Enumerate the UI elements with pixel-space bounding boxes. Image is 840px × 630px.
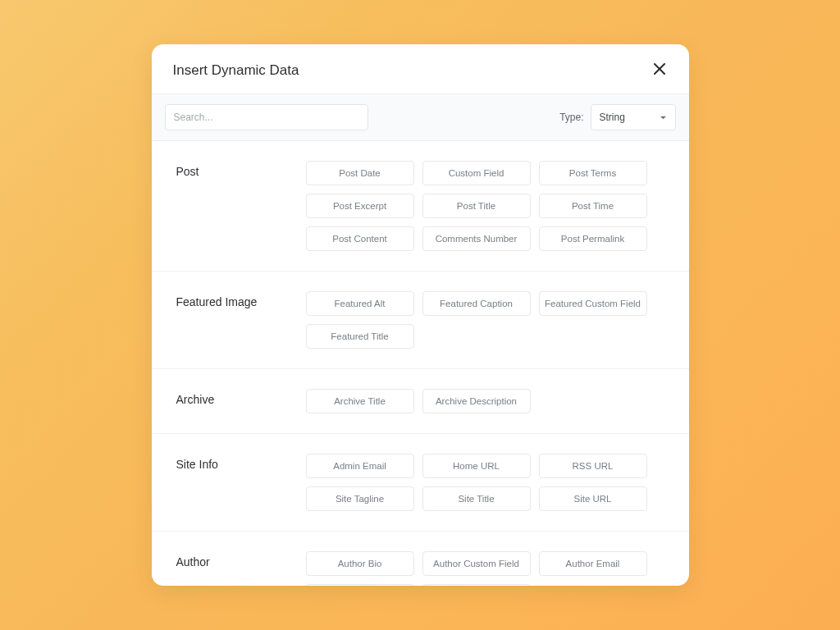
data-chip[interactable]: Site URL <box>539 486 647 511</box>
data-chip[interactable]: Featured Title <box>306 324 414 349</box>
section-items: Author BioAuthor Custom FieldAuthor Emai… <box>306 551 676 586</box>
data-chip[interactable]: Custom Field <box>422 161 531 185</box>
data-chip[interactable]: Author Name <box>306 584 414 586</box>
data-chip[interactable]: Featured Alt <box>306 291 414 316</box>
type-filter-group: Type: String <box>559 104 675 130</box>
data-chip[interactable]: Author Custom Field <box>422 551 531 576</box>
data-chip[interactable]: Archive Description <box>422 389 531 413</box>
data-chip[interactable]: Site Tagline <box>306 486 414 511</box>
section-label: Site Info <box>176 454 296 511</box>
section-items: Post DateCustom FieldPost TermsPost Exce… <box>306 161 676 251</box>
section-items: Admin EmailHome URLRSS URLSite TaglineSi… <box>306 454 676 511</box>
data-chip[interactable]: Author Website <box>422 584 531 586</box>
data-chip[interactable]: Post Time <box>539 194 647 218</box>
chevron-down-icon <box>660 110 667 125</box>
type-select[interactable]: String <box>591 104 676 130</box>
section-label: Featured Image <box>176 291 296 349</box>
data-chip[interactable]: Post Permalink <box>539 226 647 251</box>
data-chip[interactable]: Author Email <box>539 551 647 576</box>
search-input[interactable] <box>165 104 368 130</box>
close-button[interactable] <box>651 62 668 79</box>
section: ArchiveArchive TitleArchive Description <box>152 369 689 434</box>
section-label: Archive <box>176 389 296 413</box>
data-chip[interactable]: Comments Number <box>422 226 531 251</box>
section: Site InfoAdmin EmailHome URLRSS URLSite … <box>152 434 689 532</box>
data-chip[interactable]: Author Bio <box>306 551 414 576</box>
data-chip[interactable]: Featured Custom Field <box>539 291 647 316</box>
section: AuthorAuthor BioAuthor Custom FieldAutho… <box>152 532 689 586</box>
modal-title: Insert Dynamic Data <box>173 62 299 79</box>
type-label: Type: <box>559 112 583 123</box>
data-chip[interactable]: RSS URL <box>539 454 647 478</box>
data-chip[interactable]: Post Date <box>306 161 414 185</box>
data-chip[interactable]: Home URL <box>422 454 531 478</box>
sections-container: PostPost DateCustom FieldPost TermsPost … <box>152 141 689 586</box>
data-chip[interactable]: Post Excerpt <box>306 194 414 218</box>
data-chip[interactable]: Post Terms <box>539 161 647 185</box>
section: Featured ImageFeatured AltFeatured Capti… <box>152 272 689 369</box>
section: PostPost DateCustom FieldPost TermsPost … <box>152 141 689 272</box>
data-chip[interactable]: Post Content <box>306 226 414 251</box>
insert-dynamic-data-modal: Insert Dynamic Data Type: String PostPos… <box>152 44 689 586</box>
section-label: Author <box>176 551 296 586</box>
data-chip[interactable]: Site Title <box>422 486 531 511</box>
data-chip[interactable]: Admin Email <box>306 454 414 478</box>
modal-header: Insert Dynamic Data <box>152 44 689 94</box>
type-select-value: String <box>600 112 660 123</box>
data-chip[interactable]: Featured Caption <box>422 291 531 316</box>
filter-bar: Type: String <box>152 94 689 141</box>
section-items: Featured AltFeatured CaptionFeatured Cus… <box>306 291 676 349</box>
section-items: Archive TitleArchive Description <box>306 389 676 413</box>
section-label: Post <box>176 161 296 251</box>
data-chip[interactable]: Post Title <box>422 194 531 218</box>
data-chip[interactable]: Archive Title <box>306 389 414 413</box>
close-icon <box>654 63 665 78</box>
